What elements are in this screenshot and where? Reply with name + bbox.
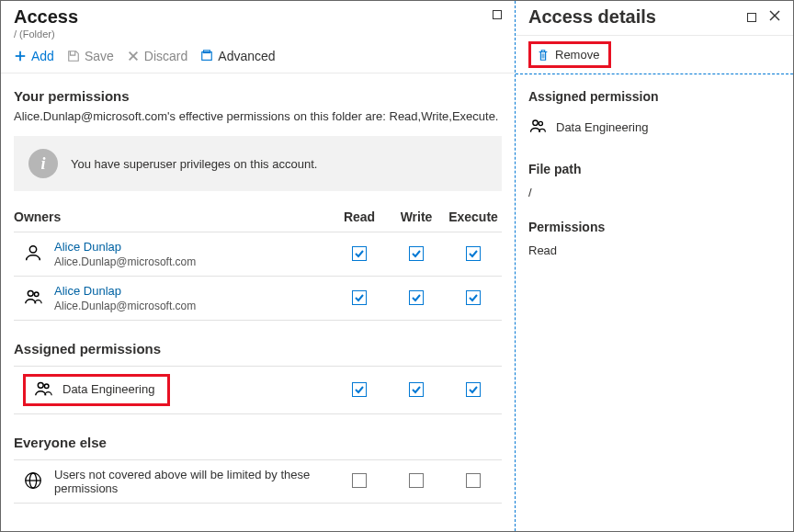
main-toolbar: Add Save Discard Advanced: [1, 43, 515, 74]
access-pane: Access / (Folder) Add Save Discard Advan…: [1, 1, 516, 531]
svg-point-7: [28, 290, 33, 296]
group-icon: [528, 117, 547, 138]
details-assigned-name: Data Engineering: [556, 120, 648, 134]
discard-button: Discard: [127, 49, 187, 63]
advanced-label: Advanced: [218, 49, 275, 63]
svg-point-18: [533, 120, 538, 125]
everyone-heading: Everyone else: [14, 435, 502, 450]
write-checkbox[interactable]: [409, 382, 424, 397]
owner-row[interactable]: Alice Dunlap Alice.Dunlap@microsoft.com: [14, 276, 502, 321]
close-icon[interactable]: [769, 10, 780, 24]
person-icon: [23, 243, 43, 266]
save-button: Save: [67, 49, 114, 63]
svg-point-6: [29, 246, 36, 253]
trash-icon: [537, 49, 550, 62]
assigned-heading: Assigned permissions: [14, 341, 502, 357]
details-filepath-value: /: [528, 186, 780, 199]
execute-checkbox[interactable]: [466, 290, 481, 305]
execute-checkbox[interactable]: [466, 473, 481, 488]
group-icon: [23, 287, 43, 310]
details-filepath-heading: File path: [528, 162, 780, 176]
maximize-icon[interactable]: [493, 10, 502, 19]
col-owners: Owners: [14, 209, 331, 224]
owner-email: Alice.Dunlap@microsoft.com: [54, 255, 196, 268]
details-assigned-heading: Assigned permission: [528, 89, 780, 104]
everyone-text: Users not covered above will be limited …: [54, 468, 331, 495]
main-subpath: / (Folder): [14, 28, 502, 40]
write-checkbox[interactable]: [409, 246, 424, 261]
execute-checkbox[interactable]: [466, 246, 481, 261]
remove-label: Remove: [555, 48, 599, 62]
details-permissions-heading: Permissions: [528, 220, 780, 234]
execute-checkbox[interactable]: [466, 382, 481, 397]
main-content: Your permissions Alice.Dunlap@microsoft.…: [1, 74, 515, 531]
owner-row[interactable]: Alice Dunlap Alice.Dunlap@microsoft.com: [14, 232, 502, 276]
owner-name: Alice Dunlap: [54, 284, 196, 298]
read-checkbox[interactable]: [352, 246, 367, 261]
svg-point-9: [38, 382, 43, 388]
discard-label: Discard: [144, 49, 187, 63]
info-banner: i You have superuser privileges on this …: [14, 136, 502, 191]
details-pane: Access details Remove Assigned permissio…: [516, 1, 793, 531]
maximize-icon[interactable]: [747, 13, 756, 22]
globe-icon: [23, 470, 43, 493]
col-write: Write: [388, 209, 445, 224]
info-icon: i: [28, 149, 58, 178]
read-checkbox[interactable]: [352, 290, 367, 305]
read-checkbox[interactable]: [352, 473, 367, 488]
main-title: Access: [14, 6, 502, 28]
group-icon: [26, 379, 53, 402]
svg-point-19: [539, 121, 542, 125]
read-checkbox[interactable]: [352, 382, 367, 397]
save-label: Save: [85, 49, 114, 63]
your-permissions-desc: Alice.Dunlap@microsoft.com's effective p…: [14, 109, 502, 123]
svg-point-8: [34, 292, 39, 297]
info-text: You have superuser privileges on this ac…: [71, 157, 317, 171]
owner-email: Alice.Dunlap@microsoft.com: [54, 300, 196, 312]
your-permissions-heading: Your permissions: [14, 88, 502, 104]
details-permissions-value: Read: [528, 243, 780, 257]
main-header: Access / (Folder): [1, 1, 515, 43]
everyone-row: Users not covered above will be limited …: [14, 459, 502, 504]
details-title: Access details: [528, 6, 780, 28]
remove-button[interactable]: Remove: [528, 41, 611, 68]
advanced-button[interactable]: Advanced: [200, 49, 275, 63]
owner-name: Alice Dunlap: [54, 240, 196, 254]
assigned-name: Data Engineering: [53, 379, 164, 402]
col-read: Read: [331, 209, 388, 224]
add-label: Add: [31, 49, 54, 63]
assigned-row[interactable]: Data Engineering: [14, 366, 502, 414]
svg-point-10: [44, 384, 49, 389]
add-button[interactable]: Add: [14, 49, 54, 63]
write-checkbox[interactable]: [409, 290, 424, 305]
col-execute: Execute: [445, 209, 502, 224]
write-checkbox[interactable]: [409, 473, 424, 488]
